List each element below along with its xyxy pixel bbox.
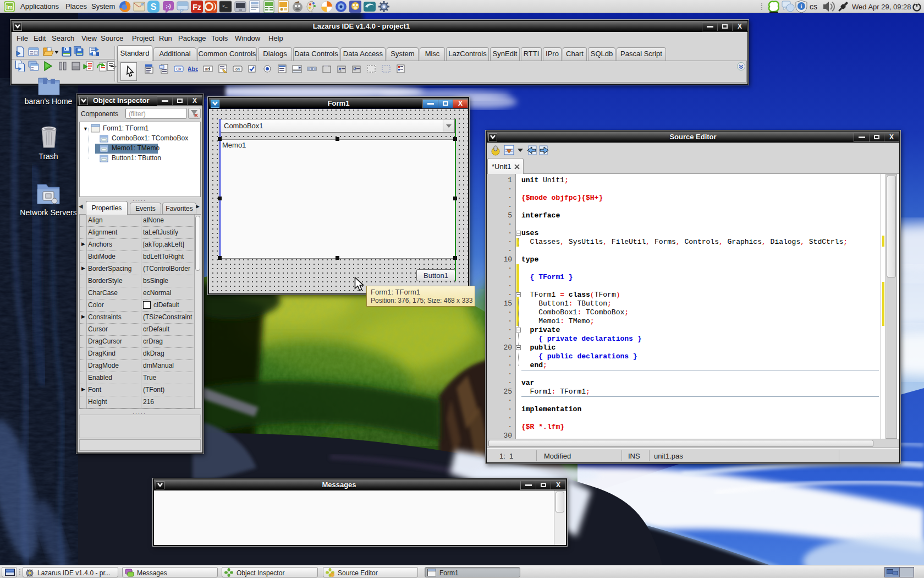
svg-text:>_: >_ [222, 3, 228, 8]
svg-text:on: on [235, 67, 240, 71]
svg-text:;-): ;-) [166, 3, 171, 9]
svg-text:i: i [801, 3, 802, 9]
svg-text:lm: lm [6, 4, 13, 10]
svg-text:Fz: Fz [193, 3, 201, 12]
svg-text:Abc: Abc [188, 66, 198, 72]
svg-text:S: S [151, 2, 157, 12]
svg-text:Ok: Ok [177, 67, 182, 71]
